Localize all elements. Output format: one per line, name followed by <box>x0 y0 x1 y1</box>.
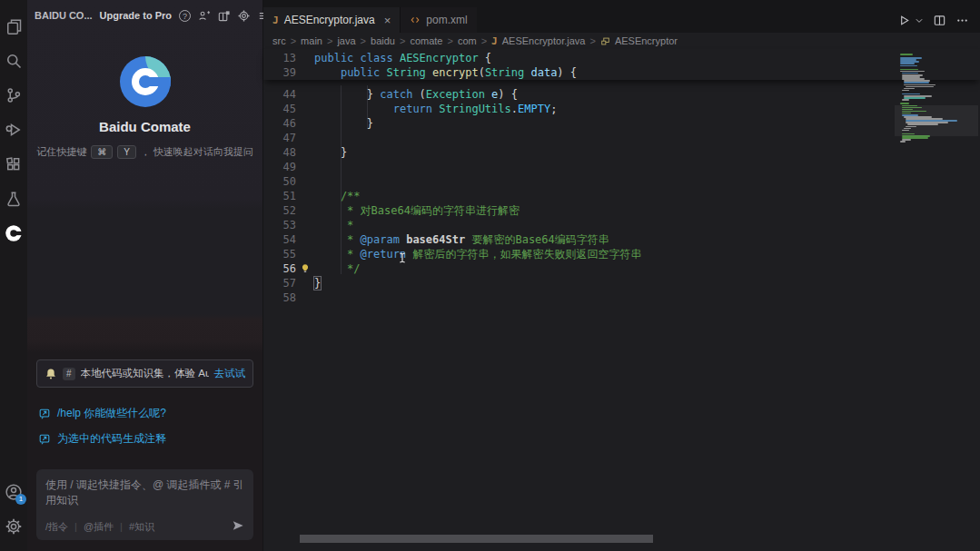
code-line-48[interactable]: 48 } <box>263 145 980 160</box>
glyph-margin <box>296 203 314 218</box>
minimap[interactable] <box>898 49 965 551</box>
glyph-margin <box>296 276 314 290</box>
search-icon[interactable] <box>0 44 27 78</box>
breadcrumb-separator: > <box>291 35 296 46</box>
glyph-margin <box>296 116 314 131</box>
code-line-56[interactable]: 56 */ <box>263 261 980 276</box>
sidebar-titlebar: BAIDU CO... Upgrade to Pro ? <box>27 0 262 31</box>
code-line-54[interactable]: 54 * @param base64Str 要解密的Base64编码字符串 <box>263 232 980 247</box>
code-line-50[interactable]: 50 <box>263 174 980 189</box>
glyph-margin <box>296 160 314 174</box>
glyph-margin <box>296 189 314 203</box>
code-line-57[interactable]: 57} <box>263 276 980 290</box>
breadcrumb-separator: > <box>327 35 332 46</box>
y-key: Y <box>117 145 136 159</box>
more-actions-icon[interactable] <box>955 14 969 27</box>
breadcrumb-item[interactable]: java <box>337 35 355 46</box>
code-line-39[interactable]: 39 public String encrypt(String data) { <box>263 65 980 80</box>
code-editor[interactable]: 13public class AESEncryptor {39 public S… <box>263 49 980 551</box>
chat-input-box[interactable]: 使用 / 调起快捷指令、@ 调起插件或 # 引用知识 /指令 | @插件 | #… <box>36 469 253 540</box>
close-tab-icon[interactable]: × <box>384 14 391 27</box>
bell-icon <box>45 368 57 380</box>
breadcrumb-item[interactable]: com <box>458 35 477 46</box>
knowledge-hint[interactable]: #知识 <box>129 520 154 534</box>
tab-pom-xml[interactable]: pom.xml <box>400 7 476 33</box>
chat-input-placeholder[interactable]: 使用 / 调起快捷指令、@ 调起插件或 # 引用知识 <box>45 477 244 508</box>
source-control-icon[interactable] <box>0 78 27 113</box>
glyph-margin <box>296 174 314 189</box>
explorer-icon[interactable] <box>0 9 27 44</box>
code-line-13[interactable]: 13public class AESEncryptor { <box>263 51 980 65</box>
invite-user-icon[interactable] <box>197 9 211 23</box>
suggestion-generate-comments[interactable]: 为选中的代码生成注释 <box>38 431 252 447</box>
autowork-notice: # 本地代码或知识集，体验 AutoWo 去试试 <box>36 359 253 388</box>
code-line-51[interactable]: 51 /** <box>263 189 980 203</box>
chevron-down-icon[interactable] <box>915 14 924 27</box>
horizontal-scrollbar[interactable] <box>300 535 653 543</box>
breadcrumb-separator: > <box>361 35 366 46</box>
insert-chat-icon <box>38 408 51 420</box>
chat-input-hints: /指令 | @插件 | #知识 <box>45 519 244 534</box>
code-line-44[interactable]: 44 } catch (Exception e) { <box>263 87 980 102</box>
glyph-margin <box>296 290 314 305</box>
gear-icon[interactable] <box>237 9 251 23</box>
upgrade-to-pro-button[interactable]: Upgrade to Pro <box>100 10 172 21</box>
breadcrumb-item[interactable]: comate <box>410 35 442 46</box>
run-icon[interactable] <box>897 14 911 27</box>
plugin-hint[interactable]: @插件 <box>84 520 114 534</box>
app-name: Baidu Comate <box>27 119 262 134</box>
breadcrumb-item[interactable]: AESEncryptor <box>615 35 678 46</box>
layout-icon[interactable] <box>217 9 231 23</box>
suggestion-help[interactable]: /help 你能做些什么呢? <box>38 406 252 421</box>
code-line-55[interactable]: 55 * @return 解密后的字符串，如果解密失败则返回空字符串 <box>263 247 980 261</box>
vscode-window: 1 BAIDU CO... Upgrade to Pro ? <box>0 0 980 551</box>
settings-gear-icon[interactable] <box>0 509 27 544</box>
glyph-margin <box>296 131 314 145</box>
xml-file-icon <box>410 15 421 25</box>
account-icon[interactable]: 1 <box>0 475 27 509</box>
code-line-46[interactable]: 46 } <box>263 116 980 131</box>
breadcrumb-item[interactable]: AESEncryptor.java <box>502 35 586 46</box>
extensions-icon[interactable] <box>0 147 27 182</box>
notice-text: 本地代码或知识集，体验 AutoWo <box>81 367 209 380</box>
welcome-block: Baidu Comate 记住快捷键 ⌘ Y ， 快速唤起对话向我提问 <box>27 56 262 159</box>
editor-actions <box>897 14 980 33</box>
breadcrumb-separator: > <box>447 35 452 46</box>
code-line-45[interactable]: 45 return StringUtils.EMPTY; <box>263 102 980 116</box>
comate-sidebar: BAIDU CO... Upgrade to Pro ? Baidu Comat… <box>27 0 263 551</box>
insert-chat-icon <box>38 433 51 446</box>
breadcrumb-item[interactable]: baidu <box>371 35 395 46</box>
code-line-52[interactable]: 52 * 对Base64编码的字符串进行解密 <box>263 203 980 218</box>
breadcrumb-item[interactable]: main <box>301 35 322 46</box>
breadcrumb-item[interactable]: src <box>272 35 286 46</box>
code-line-49[interactable]: 49 <box>263 160 980 174</box>
mouse-ibeam-cursor <box>396 251 409 265</box>
minimap-slider[interactable] <box>895 105 978 136</box>
activity-bar-bottom: 1 <box>0 475 27 551</box>
sidebar-title: BAIDU CO... <box>35 10 93 21</box>
baidu-comate-icon[interactable] <box>0 216 27 251</box>
code-line-47[interactable]: 47 <box>263 131 980 145</box>
tab-bar: J AESEncryptor.java × pom.xml <box>263 0 980 33</box>
code-line-53[interactable]: 53 * <box>263 218 980 232</box>
editor-group: J AESEncryptor.java × pom.xml src > main… <box>263 0 980 551</box>
run-debug-icon[interactable] <box>0 113 27 147</box>
glyph-margin <box>296 145 314 160</box>
lightbulb-icon[interactable] <box>296 261 314 276</box>
suggestion-list: /help 你能做些什么呢? 为选中的代码生成注释 <box>38 406 252 457</box>
tab-label: pom.xml <box>426 14 467 26</box>
hint-prefix: 记住快捷键 <box>36 145 86 159</box>
code-line-58[interactable]: 58 <box>263 290 980 305</box>
tab-aesencryptor-java[interactable]: J AESEncryptor.java × <box>263 7 400 33</box>
testing-flask-icon[interactable] <box>0 182 27 216</box>
try-it-link[interactable]: 去试试 <box>214 367 246 380</box>
cmd-key: ⌘ <box>91 145 113 159</box>
class-symbol-icon <box>600 36 610 46</box>
breadcrumb-separator: > <box>589 35 595 46</box>
comate-logo <box>120 56 171 107</box>
send-icon[interactable] <box>232 519 244 534</box>
glyph-margin <box>296 218 314 232</box>
help-icon[interactable]: ? <box>179 10 191 22</box>
split-editor-icon[interactable] <box>933 14 946 27</box>
command-hint[interactable]: /指令 <box>45 520 68 534</box>
